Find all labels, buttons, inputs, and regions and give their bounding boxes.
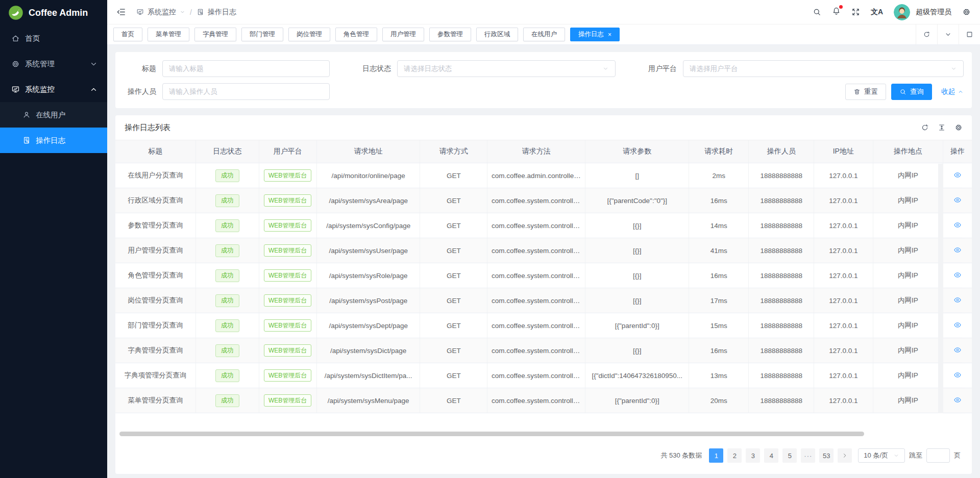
tab-7[interactable]: 参数管理	[429, 28, 471, 41]
cell-url: /api/system/sysArea/page	[317, 188, 421, 213]
title-input[interactable]	[162, 60, 330, 77]
view-icon[interactable]	[953, 271, 962, 279]
sidebar-item-label: 首页	[25, 34, 40, 43]
page-button-3[interactable]: 3	[746, 448, 760, 463]
search-icon[interactable]	[813, 8, 821, 16]
jump-page-input[interactable]	[926, 448, 950, 463]
avatar[interactable]	[894, 4, 910, 20]
notifications-button[interactable]	[832, 7, 841, 17]
filter-actions: 重置 查询 收起	[636, 83, 964, 100]
operator-input[interactable]	[162, 83, 330, 100]
tab-2[interactable]: 字典管理	[194, 28, 236, 41]
maximize-button[interactable]	[959, 24, 980, 44]
settings-icon[interactable]	[962, 8, 971, 16]
platform-badge: WEB管理后台	[264, 219, 311, 232]
cell-ip: 127.0.0.1	[814, 288, 873, 313]
operation-log-table: 标题日志状态用户平台请求地址请求方式请求方法请求参数请求耗时操作人员IP地址操作…	[115, 140, 972, 413]
refresh-icon[interactable]	[921, 123, 929, 132]
page-button-5[interactable]: 5	[782, 448, 797, 463]
page-button-4[interactable]: 4	[764, 448, 778, 463]
user-platform-select[interactable]: 请选择用户平台	[683, 60, 964, 77]
tab-6[interactable]: 用户管理	[382, 28, 424, 41]
tab-5[interactable]: 角色管理	[335, 28, 377, 41]
monitor-icon	[11, 85, 20, 94]
view-icon[interactable]	[953, 396, 962, 404]
column-settings-icon[interactable]	[954, 123, 963, 132]
view-icon[interactable]	[953, 246, 962, 254]
col-ip: IP地址	[814, 140, 873, 163]
tab-3[interactable]: 部门管理	[241, 28, 283, 41]
next-page-button[interactable]	[838, 448, 852, 463]
cell-title: 参数管理分页查询	[115, 213, 196, 238]
col-status: 日志状态	[196, 140, 259, 163]
sidebar-item-online-users[interactable]: 在线用户	[0, 102, 107, 128]
cell-url: /api/monitor/online/page	[317, 163, 421, 188]
sidebar-item-home[interactable]: 首页	[0, 26, 107, 51]
tab-0[interactable]: 首页	[113, 28, 142, 41]
trash-icon	[853, 88, 861, 95]
cell-location: 内网IP	[873, 263, 944, 288]
fullscreen-icon[interactable]	[851, 8, 860, 16]
view-icon[interactable]	[953, 371, 962, 379]
page-content: 标题 日志状态 请选择日志状态 用户平台	[107, 45, 980, 478]
tab-8[interactable]: 行政区域	[476, 28, 518, 41]
sidebar-item-system-management[interactable]: 系统管理	[0, 51, 107, 77]
breadcrumb-item-monitor[interactable]: 系统监控	[136, 8, 185, 17]
cell-params: [{"dictId":140647326180950...	[585, 363, 689, 388]
tab-1[interactable]: 菜单管理	[148, 28, 189, 41]
refresh-tab-button[interactable]	[916, 24, 937, 44]
menu-fold-icon[interactable]	[116, 7, 126, 17]
monitor-icon	[136, 8, 144, 16]
tab-4[interactable]: 岗位管理	[288, 28, 330, 41]
sidebar-item-operation-log[interactable]: 操作日志	[0, 128, 107, 153]
cell-params: [{}]	[585, 288, 689, 313]
tab-options-button[interactable]	[937, 24, 959, 44]
horizontal-scrollbar-thumb[interactable]	[119, 432, 864, 436]
tab-10[interactable]: 操作日志×	[570, 28, 620, 41]
log-status-select[interactable]: 请选择日志状态	[397, 60, 616, 77]
reset-button[interactable]: 重置	[845, 84, 886, 100]
cell-title: 岗位管理分页查询	[115, 288, 196, 313]
view-icon[interactable]	[953, 296, 962, 304]
page-button-2[interactable]: 2	[727, 448, 742, 463]
status-badge: 成功	[215, 319, 239, 332]
cell-func: com.coffee.system.controlle...	[487, 388, 585, 413]
platform-badge: WEB管理后台	[264, 244, 311, 257]
cell-operator: 18888888888	[749, 338, 814, 363]
page-ellipsis[interactable]: ···	[801, 448, 815, 463]
log-table-card: 操作日志列表 标题日志状态用户平台请求地址请求方式请求方法请求参数请求耗时操作人…	[115, 115, 972, 474]
view-icon[interactable]	[953, 221, 962, 229]
cell-params: [{"parentCode":"0"}]	[585, 188, 689, 213]
page-button-53[interactable]: 53	[819, 448, 834, 463]
view-icon[interactable]	[953, 196, 962, 204]
breadcrumb: 系统监控 / 操作日志	[136, 8, 236, 17]
page-size-select[interactable]: 10 条/页	[858, 448, 905, 463]
status-badge: 成功	[215, 344, 239, 357]
close-icon[interactable]: ×	[608, 32, 611, 38]
cell-method: GET	[420, 213, 487, 238]
view-icon[interactable]	[953, 321, 962, 329]
row-density-icon[interactable]	[938, 123, 946, 132]
vertical-scrollbar[interactable]	[938, 164, 943, 413]
query-button[interactable]: 查询	[891, 84, 932, 100]
status-badge: 成功	[215, 294, 239, 307]
sidebar-item-system-monitor[interactable]: 系统监控	[0, 77, 107, 102]
chevron-up-icon	[89, 85, 98, 94]
view-icon[interactable]	[953, 346, 962, 354]
cell-title: 菜单管理分页查询	[115, 388, 196, 413]
view-icon[interactable]	[953, 171, 962, 179]
log-icon	[197, 8, 204, 16]
topbar-actions: 文A 超级管理员	[813, 4, 971, 20]
cell-func: com.coffee.system.controlle...	[487, 363, 585, 388]
cell-method: GET	[420, 163, 487, 188]
page-button-1[interactable]: 1	[709, 448, 723, 463]
chevron-down-icon	[950, 65, 957, 72]
translate-icon[interactable]: 文A	[871, 8, 883, 17]
col-method: 请求方式	[420, 140, 487, 163]
collapse-link[interactable]: 收起	[941, 87, 964, 96]
notification-dot	[839, 5, 843, 9]
tab-9[interactable]: 在线用户	[523, 28, 565, 41]
cell-params: [{}]	[585, 263, 689, 288]
breadcrumb-item-log[interactable]: 操作日志	[197, 8, 236, 17]
user-name[interactable]: 超级管理员	[916, 8, 951, 17]
